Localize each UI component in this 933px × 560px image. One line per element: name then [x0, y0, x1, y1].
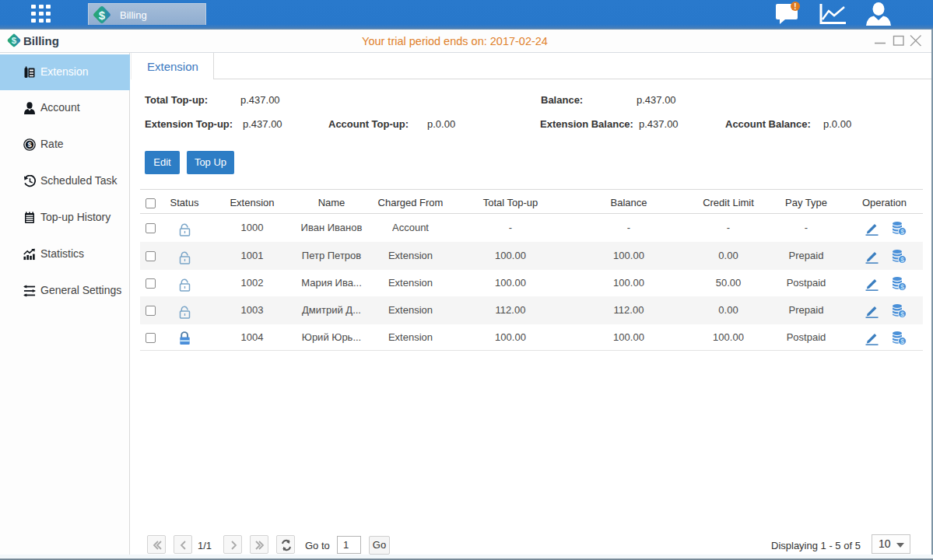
svg-text:$: $ — [900, 338, 904, 345]
svg-text:$: $ — [27, 140, 32, 149]
svg-text:$: $ — [900, 228, 904, 236]
svg-text:$: $ — [900, 310, 904, 318]
svg-text:!: ! — [794, 2, 796, 11]
svg-text:$: $ — [99, 9, 106, 22]
svg-text:$: $ — [900, 283, 904, 291]
svg-text:$: $ — [900, 256, 904, 264]
